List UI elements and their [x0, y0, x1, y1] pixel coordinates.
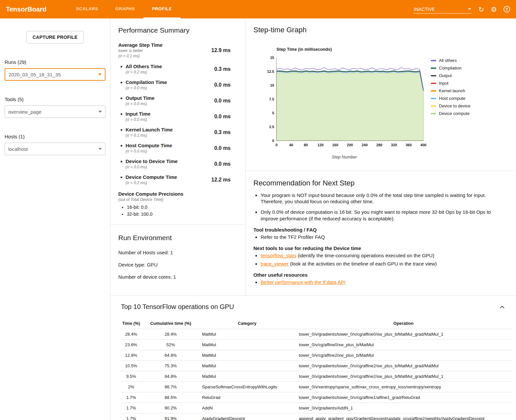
table-row: 9.5%84.8%MatMultower_0/v/gradients/tower…: [121, 371, 513, 382]
tab-scalars[interactable]: SCALARS: [68, 0, 107, 18]
tab-graphs[interactable]: GRAPHS: [107, 0, 143, 18]
runs-dropdown[interactable]: 2020_03_05_18_31_35: [5, 68, 105, 81]
summary-item-label: Output Time: [126, 95, 214, 101]
sidebar: CAPTURE PROFILE Runs (29) 2020_03_05_18_…: [0, 18, 110, 420]
summary-items-list: All Others Time(σ = 0.2 ms)0.3 msCompila…: [118, 64, 237, 185]
summary-column: Performance Summary Average Step Time lo…: [110, 18, 245, 295]
table-cell: 9.5%: [121, 371, 141, 382]
run-environment-title: Run Environment: [118, 234, 237, 242]
legend-swatch-icon: [431, 113, 436, 114]
chevron-down-icon: [468, 8, 471, 10]
environment-line: Number of Hosts used: 1: [118, 250, 237, 255]
tab-profile[interactable]: PROFILE: [143, 0, 181, 18]
table-cell: 12.8%: [121, 350, 141, 361]
table-row: 10.5%75.3%MatMultower_0/v/gradients/towe…: [121, 361, 513, 371]
summary-item-value: 0.0 ms: [214, 82, 231, 88]
legend-label: Input: [439, 81, 448, 86]
recommendation-title: Recommendation for Next Step: [253, 179, 502, 187]
recommendation-subheading: Tool troubleshooting / FAQ: [253, 227, 502, 233]
bullet-icon: [121, 66, 122, 68]
svg-text:0: 0: [275, 143, 277, 147]
table-cell: 64.8%: [141, 350, 200, 361]
legend-item: Device to device: [431, 103, 470, 108]
table-row: 2%86.7%SparseSoftmaxCrossEntropyWithLogi…: [121, 382, 513, 392]
table-cell: append_apply_gradient_ops/GradientDescen…: [294, 413, 513, 420]
legend-label: All others: [439, 58, 457, 63]
bullet-icon: [121, 82, 122, 83]
help-icon[interactable]: ?: [503, 6, 510, 13]
tools-label: Tools (5): [5, 97, 105, 102]
svg-text:2.5: 2.5: [269, 125, 274, 129]
environment-line: Device type: GPU: [118, 262, 237, 267]
step-time-chart: Step Time (in milliseconds) 02.557.51012…: [262, 47, 427, 159]
status-dropdown[interactable]: INACTIVE: [413, 5, 472, 14]
top-operations-section: Top 10 TensorFlow operations on GPU Time…: [110, 296, 516, 420]
summary-item-value: 0.3 ms: [214, 129, 231, 135]
recommendation-section: Recommendation for Next Step Your progra…: [245, 171, 516, 295]
table-cell: 88.5%: [141, 392, 200, 403]
summary-item-label: Kernel Launch Time: [126, 127, 214, 132]
summary-item-label: Compilation Time: [126, 79, 214, 85]
step-time-chart-canvas: 02.557.51012.515040801201602002402803203…: [262, 55, 427, 151]
chevron-down-icon: [98, 73, 101, 75]
svg-text:280: 280: [376, 143, 382, 147]
legend-swatch-icon: [431, 105, 436, 107]
table-cell: 28.4%: [141, 329, 200, 340]
table-row: 28.4%28.4%MatMultower_0/v/gradients/towe…: [121, 329, 513, 340]
svg-text:7.5: 7.5: [269, 97, 274, 101]
legend-label: Kernel launch: [439, 88, 465, 93]
svg-text:15: 15: [270, 56, 274, 60]
table-cell: AddN: [200, 403, 294, 413]
table-cell: 75.3%: [141, 361, 200, 371]
runs-dropdown-value: 2020_03_05_18_31_35: [9, 72, 61, 77]
table-cell: tower_0/v/gradients/tower_0/v/cg/affine1…: [294, 392, 513, 403]
capture-profile-button[interactable]: CAPTURE PROFILE: [26, 31, 84, 43]
collapse-chevron-icon[interactable]: [500, 305, 505, 309]
bullet-icon: [121, 177, 122, 178]
legend-swatch-icon: [431, 90, 436, 92]
summary-item: All Others Time(σ = 0.2 ms)0.3 ms: [118, 64, 237, 74]
svg-text:200: 200: [347, 143, 353, 147]
recommendation-link[interactable]: trace_viewer: [261, 261, 289, 266]
compute-precisions-title: Device Compute Precisions: [118, 191, 237, 197]
tools-dropdown[interactable]: overview_page: [5, 105, 105, 118]
column-header: Operation: [294, 318, 513, 329]
column-header: Time (%): [121, 318, 141, 329]
summary-item-label: Device to Device Time: [126, 158, 214, 164]
table-cell: ReluGrad: [200, 392, 294, 403]
table-cell: 84.8%: [141, 371, 200, 382]
table-row: 1.7%90.2%AddNtower_0/v/gradients/AddN_1: [121, 403, 513, 413]
average-step-time-label: Average Step Time: [118, 42, 162, 48]
top-navbar: TensorBoard SCALARSGRAPHSPROFILE INACTIV…: [0, 0, 516, 18]
gear-icon[interactable]: ⚙: [491, 6, 497, 13]
chart-legend: All othersCompilationOutputInputKernel l…: [431, 58, 470, 119]
chart-title: Step Time (in milliseconds): [276, 47, 427, 52]
table-cell: tower_0/v/gradients/AddN_1: [294, 403, 513, 413]
column-header: Category: [200, 318, 294, 329]
legend-item: Host compute: [431, 96, 470, 101]
recommendation-list: Refer to the TF2 Profiler FAQ: [261, 234, 502, 240]
recommendation-list: tensorflow_stats (identify the time-cons…: [261, 252, 502, 267]
recommendation-link[interactable]: tensorflow_stats: [261, 253, 296, 258]
refresh-icon[interactable]: ↻: [478, 6, 484, 13]
summary-item-sigma: (σ = 0.0 ms): [126, 117, 214, 122]
table-cell: 28.4%: [121, 329, 141, 340]
summary-item: Input Time(σ = 0.0 ms)0.0 ms: [118, 111, 237, 122]
hosts-dropdown-value: localhost: [8, 146, 28, 152]
table-cell: tower_0/v/cg/affine0/xw_plus_b/MatMul: [294, 340, 513, 350]
summary-item-label: Host Compute Time: [126, 143, 214, 148]
recommendation-link[interactable]: Better performance with the tf.data API: [261, 279, 346, 285]
legend-item: All others: [431, 58, 470, 63]
recommendation-subheading: Other useful resources: [253, 272, 502, 278]
table-row: 1.7%91.9%ApplyGradientDescentappend_appl…: [121, 413, 513, 420]
recommendation-list: Better performance with the tf.data API: [261, 279, 502, 286]
table-cell: 91.9%: [141, 413, 200, 420]
precision-list: 16-bit: 0.032-bit: 100.0: [127, 205, 237, 217]
hosts-dropdown[interactable]: localhost: [5, 143, 105, 155]
average-step-time-value: 12.9 ms: [211, 47, 231, 53]
table-cell: ApplyGradientDescent: [200, 413, 294, 420]
performance-summary-section: Performance Summary Average Step Time lo…: [110, 18, 245, 224]
bullet-icon: [121, 98, 122, 99]
recommendation-item: Refer to the TF2 Profiler FAQ: [261, 234, 502, 240]
run-environment-section: Run Environment Number of Hosts used: 1D…: [110, 225, 245, 295]
